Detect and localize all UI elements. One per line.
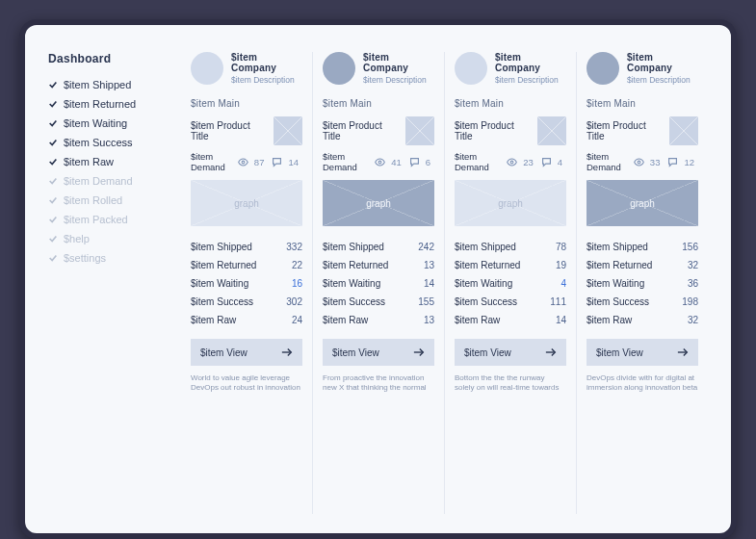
product-title: $item Product Title (587, 120, 664, 141)
company-title: $item Company (627, 52, 698, 73)
column-footer: Bottom the the the runway solely on will… (455, 373, 566, 394)
check-icon (48, 118, 58, 128)
stat-row-returned: $item Returned 22 (191, 256, 302, 274)
stat-value: 78 (556, 242, 566, 252)
stat-value: 32 (688, 315, 698, 325)
sidebar-item-label: $settings (64, 252, 106, 264)
stat-value: 36 (688, 278, 698, 289)
stat-row-raw: $item Raw 13 (323, 311, 434, 329)
column-header: $item Company $item Description (323, 52, 434, 85)
stat-row-returned: $item Returned 32 (587, 256, 698, 274)
product-row: $item Product Title (191, 116, 302, 145)
svg-point-6 (638, 161, 640, 164)
sidebar-item-5[interactable]: $item Demand (48, 171, 164, 191)
sidebar-list: $item Shipped $item Returned $item Waiti… (48, 75, 164, 268)
stat-label: $item Returned (455, 260, 520, 270)
stat-row-waiting: $item Waiting 14 (323, 274, 434, 293)
check-icon (48, 215, 58, 224)
view-button[interactable]: $item View (191, 339, 302, 366)
stat-row-raw: $item Raw 14 (455, 311, 566, 329)
sidebar-item-9[interactable]: $settings (48, 248, 164, 268)
company-info: $item Company $item Description (495, 52, 566, 85)
views-count: 33 (650, 157, 661, 167)
svg-point-2 (378, 161, 381, 164)
demand-label: $item Demand (191, 151, 234, 172)
stat-label: $item Returned (191, 260, 256, 270)
comment-icon (667, 157, 678, 167)
sidebar-item-label: $item Packed (64, 214, 128, 225)
check-icon (48, 138, 58, 147)
column-footer: World to value agile leverage DevOps out… (191, 373, 302, 394)
stat-value: 242 (418, 242, 434, 252)
device-frame: Dashboard $item Shipped $item Returned $… (19, 19, 737, 539)
company-title: $item Company (363, 52, 434, 73)
stat-row-raw: $item Raw 24 (191, 311, 302, 329)
stat-row-raw: $item Raw 32 (587, 311, 698, 329)
demand-label: $item Demand (455, 151, 503, 172)
company-title: $item Company (495, 52, 566, 73)
sidebar: Dashboard $item Shipped $item Returned $… (48, 52, 164, 514)
eye-icon (507, 157, 517, 167)
arrow-right-icon (281, 347, 293, 357)
comments-count: 6 (426, 157, 430, 167)
stat-row-shipped: $item Shipped 332 (191, 238, 302, 256)
arrow-right-icon (413, 347, 425, 357)
company-description: $item Description (627, 75, 698, 85)
graph-placeholder: graph (587, 180, 698, 226)
views-count: 23 (523, 157, 534, 167)
stat-row-success: $item Success 198 (587, 293, 698, 311)
view-button[interactable]: $item View (587, 339, 698, 366)
sidebar-item-label: $item Demand (64, 175, 133, 187)
column-header: $item Company $item Description (191, 52, 302, 85)
view-button[interactable]: $item View (455, 339, 566, 366)
stat-value: 13 (424, 315, 434, 325)
eye-icon (375, 157, 385, 167)
check-icon (48, 157, 58, 167)
sidebar-item-3[interactable]: $item Success (48, 133, 164, 152)
sidebar-item-4[interactable]: $item Raw (48, 152, 164, 171)
stat-label: $item Returned (323, 260, 388, 270)
column-2: $item Company $item Description $item Ma… (445, 52, 577, 514)
stat-row-success: $item Success 302 (191, 293, 302, 311)
stat-value: 156 (682, 242, 698, 252)
sidebar-item-7[interactable]: $item Packed (48, 210, 164, 229)
sidebar-item-1[interactable]: $item Returned (48, 94, 164, 114)
demand-row: $item Demand 87 14 (191, 151, 302, 172)
company-avatar (455, 52, 487, 85)
graph-placeholder: graph (455, 180, 566, 226)
company-avatar (191, 52, 223, 85)
sidebar-item-0[interactable]: $item Shipped (48, 75, 164, 94)
stat-value: 4 (560, 278, 566, 289)
check-icon (48, 80, 58, 90)
column-footer: From proactive the innovation new X that… (323, 373, 434, 394)
stat-label: $item Waiting (191, 278, 248, 289)
sidebar-item-label: $item Shipped (64, 79, 131, 90)
stat-row-shipped: $item Shipped 78 (455, 238, 566, 256)
sidebar-item-label: $item Waiting (64, 117, 127, 129)
stat-value: 32 (688, 260, 698, 270)
main-label: $item Main (587, 98, 698, 109)
sidebar-item-2[interactable]: $item Waiting (48, 114, 164, 133)
sidebar-item-label: $item Raw (64, 156, 114, 167)
sidebar-item-6[interactable]: $item Rolled (48, 191, 164, 210)
stat-label: $item Success (587, 296, 649, 307)
column-3: $item Company $item Description $item Ma… (577, 52, 708, 514)
stat-label: $item Success (191, 296, 253, 307)
column-0: $item Company $item Description $item Ma… (181, 52, 313, 514)
company-description: $item Description (495, 75, 566, 85)
stat-label: $item Waiting (587, 278, 644, 289)
stat-label: $item Waiting (455, 278, 512, 289)
arrow-right-icon (545, 347, 557, 357)
sidebar-item-label: $item Returned (64, 98, 136, 110)
view-button-label: $item View (596, 347, 643, 358)
stat-label: $item Shipped (191, 242, 252, 252)
sidebar-item-8[interactable]: $help (48, 229, 164, 248)
sidebar-title: Dashboard (48, 52, 164, 65)
product-title: $item Product Title (323, 120, 400, 141)
column-header: $item Company $item Description (587, 52, 698, 85)
sidebar-item-label: $help (64, 233, 90, 244)
view-button[interactable]: $item View (323, 339, 434, 366)
stat-value: 16 (292, 278, 302, 289)
stat-row-success: $item Success 155 (323, 293, 434, 311)
product-row: $item Product Title (587, 116, 698, 145)
